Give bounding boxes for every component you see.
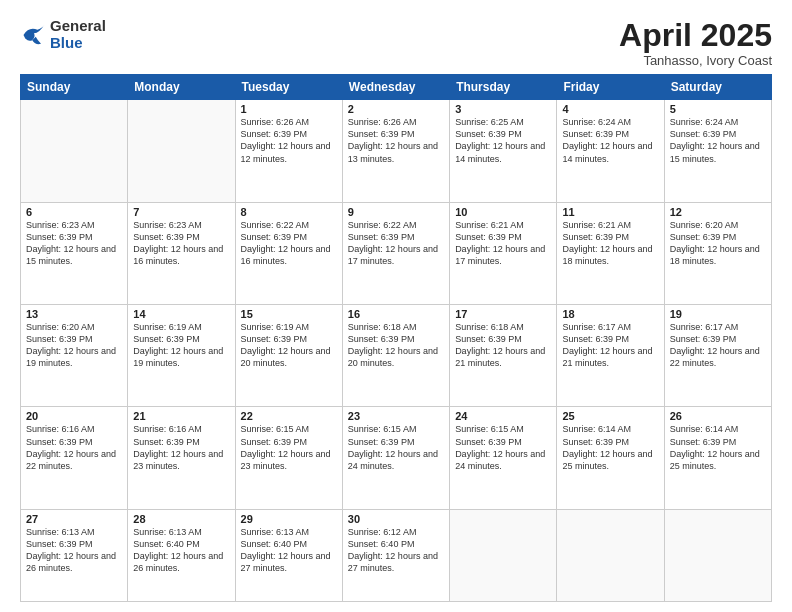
day-number: 7 (133, 206, 229, 218)
day-number: 15 (241, 308, 337, 320)
day-info: Sunrise: 6:12 AMSunset: 6:40 PMDaylight:… (348, 526, 444, 575)
day-number: 17 (455, 308, 551, 320)
day-number: 6 (26, 206, 122, 218)
calendar-cell: 12Sunrise: 6:20 AMSunset: 6:39 PMDayligh… (664, 202, 771, 304)
calendar-cell: 5Sunrise: 6:24 AMSunset: 6:39 PMDaylight… (664, 100, 771, 202)
day-info: Sunrise: 6:16 AMSunset: 6:39 PMDaylight:… (26, 423, 122, 472)
calendar-cell: 16Sunrise: 6:18 AMSunset: 6:39 PMDayligh… (342, 305, 449, 407)
day-info: Sunrise: 6:24 AMSunset: 6:39 PMDaylight:… (670, 116, 766, 165)
calendar-table: Sunday Monday Tuesday Wednesday Thursday… (20, 74, 772, 602)
day-info: Sunrise: 6:24 AMSunset: 6:39 PMDaylight:… (562, 116, 658, 165)
calendar-cell: 24Sunrise: 6:15 AMSunset: 6:39 PMDayligh… (450, 407, 557, 509)
col-monday: Monday (128, 75, 235, 100)
calendar-week-row: 6Sunrise: 6:23 AMSunset: 6:39 PMDaylight… (21, 202, 772, 304)
page: General Blue April 2025 Tanhasso, Ivory … (0, 0, 792, 612)
day-info: Sunrise: 6:23 AMSunset: 6:39 PMDaylight:… (133, 219, 229, 268)
day-number: 3 (455, 103, 551, 115)
day-number: 23 (348, 410, 444, 422)
logo-text: General Blue (50, 18, 106, 51)
calendar-cell: 19Sunrise: 6:17 AMSunset: 6:39 PMDayligh… (664, 305, 771, 407)
logo-general: General (50, 18, 106, 35)
col-friday: Friday (557, 75, 664, 100)
day-info: Sunrise: 6:15 AMSunset: 6:39 PMDaylight:… (455, 423, 551, 472)
calendar-cell (128, 100, 235, 202)
day-info: Sunrise: 6:26 AMSunset: 6:39 PMDaylight:… (348, 116, 444, 165)
day-info: Sunrise: 6:25 AMSunset: 6:39 PMDaylight:… (455, 116, 551, 165)
calendar-week-row: 1Sunrise: 6:26 AMSunset: 6:39 PMDaylight… (21, 100, 772, 202)
day-info: Sunrise: 6:13 AMSunset: 6:40 PMDaylight:… (133, 526, 229, 575)
calendar-cell (557, 509, 664, 601)
calendar-header-row: Sunday Monday Tuesday Wednesday Thursday… (21, 75, 772, 100)
day-info: Sunrise: 6:15 AMSunset: 6:39 PMDaylight:… (241, 423, 337, 472)
calendar-cell: 26Sunrise: 6:14 AMSunset: 6:39 PMDayligh… (664, 407, 771, 509)
day-number: 13 (26, 308, 122, 320)
day-number: 14 (133, 308, 229, 320)
calendar-cell: 6Sunrise: 6:23 AMSunset: 6:39 PMDaylight… (21, 202, 128, 304)
day-number: 5 (670, 103, 766, 115)
day-info: Sunrise: 6:21 AMSunset: 6:39 PMDaylight:… (455, 219, 551, 268)
calendar-cell: 18Sunrise: 6:17 AMSunset: 6:39 PMDayligh… (557, 305, 664, 407)
calendar-cell: 10Sunrise: 6:21 AMSunset: 6:39 PMDayligh… (450, 202, 557, 304)
calendar-cell: 29Sunrise: 6:13 AMSunset: 6:40 PMDayligh… (235, 509, 342, 601)
header: General Blue April 2025 Tanhasso, Ivory … (20, 18, 772, 68)
day-info: Sunrise: 6:13 AMSunset: 6:39 PMDaylight:… (26, 526, 122, 575)
calendar-cell: 23Sunrise: 6:15 AMSunset: 6:39 PMDayligh… (342, 407, 449, 509)
col-wednesday: Wednesday (342, 75, 449, 100)
day-number: 21 (133, 410, 229, 422)
calendar-cell: 22Sunrise: 6:15 AMSunset: 6:39 PMDayligh… (235, 407, 342, 509)
day-number: 19 (670, 308, 766, 320)
calendar-cell (21, 100, 128, 202)
day-number: 24 (455, 410, 551, 422)
day-info: Sunrise: 6:15 AMSunset: 6:39 PMDaylight:… (348, 423, 444, 472)
day-info: Sunrise: 6:17 AMSunset: 6:39 PMDaylight:… (670, 321, 766, 370)
calendar-cell: 3Sunrise: 6:25 AMSunset: 6:39 PMDaylight… (450, 100, 557, 202)
day-info: Sunrise: 6:22 AMSunset: 6:39 PMDaylight:… (348, 219, 444, 268)
calendar-cell: 13Sunrise: 6:20 AMSunset: 6:39 PMDayligh… (21, 305, 128, 407)
day-info: Sunrise: 6:19 AMSunset: 6:39 PMDaylight:… (133, 321, 229, 370)
calendar-cell: 8Sunrise: 6:22 AMSunset: 6:39 PMDaylight… (235, 202, 342, 304)
calendar-week-row: 20Sunrise: 6:16 AMSunset: 6:39 PMDayligh… (21, 407, 772, 509)
calendar-cell: 15Sunrise: 6:19 AMSunset: 6:39 PMDayligh… (235, 305, 342, 407)
day-info: Sunrise: 6:17 AMSunset: 6:39 PMDaylight:… (562, 321, 658, 370)
day-number: 1 (241, 103, 337, 115)
day-number: 25 (562, 410, 658, 422)
day-info: Sunrise: 6:14 AMSunset: 6:39 PMDaylight:… (562, 423, 658, 472)
calendar-cell (664, 509, 771, 601)
day-number: 4 (562, 103, 658, 115)
calendar-cell: 28Sunrise: 6:13 AMSunset: 6:40 PMDayligh… (128, 509, 235, 601)
col-tuesday: Tuesday (235, 75, 342, 100)
day-number: 2 (348, 103, 444, 115)
day-info: Sunrise: 6:22 AMSunset: 6:39 PMDaylight:… (241, 219, 337, 268)
day-info: Sunrise: 6:14 AMSunset: 6:39 PMDaylight:… (670, 423, 766, 472)
day-number: 12 (670, 206, 766, 218)
calendar-cell: 21Sunrise: 6:16 AMSunset: 6:39 PMDayligh… (128, 407, 235, 509)
day-info: Sunrise: 6:23 AMSunset: 6:39 PMDaylight:… (26, 219, 122, 268)
calendar-cell: 7Sunrise: 6:23 AMSunset: 6:39 PMDaylight… (128, 202, 235, 304)
day-info: Sunrise: 6:16 AMSunset: 6:39 PMDaylight:… (133, 423, 229, 472)
logo-blue: Blue (50, 35, 106, 52)
day-number: 26 (670, 410, 766, 422)
day-info: Sunrise: 6:20 AMSunset: 6:39 PMDaylight:… (26, 321, 122, 370)
logo: General Blue (20, 18, 106, 51)
calendar-cell: 20Sunrise: 6:16 AMSunset: 6:39 PMDayligh… (21, 407, 128, 509)
day-number: 11 (562, 206, 658, 218)
month-title: April 2025 (619, 18, 772, 53)
day-number: 20 (26, 410, 122, 422)
day-number: 16 (348, 308, 444, 320)
calendar-week-row: 27Sunrise: 6:13 AMSunset: 6:39 PMDayligh… (21, 509, 772, 601)
calendar-cell: 30Sunrise: 6:12 AMSunset: 6:40 PMDayligh… (342, 509, 449, 601)
day-info: Sunrise: 6:18 AMSunset: 6:39 PMDaylight:… (455, 321, 551, 370)
day-number: 8 (241, 206, 337, 218)
location: Tanhasso, Ivory Coast (619, 53, 772, 68)
col-sunday: Sunday (21, 75, 128, 100)
calendar-cell: 4Sunrise: 6:24 AMSunset: 6:39 PMDaylight… (557, 100, 664, 202)
calendar-cell: 11Sunrise: 6:21 AMSunset: 6:39 PMDayligh… (557, 202, 664, 304)
day-info: Sunrise: 6:26 AMSunset: 6:39 PMDaylight:… (241, 116, 337, 165)
day-info: Sunrise: 6:13 AMSunset: 6:40 PMDaylight:… (241, 526, 337, 575)
day-info: Sunrise: 6:20 AMSunset: 6:39 PMDaylight:… (670, 219, 766, 268)
calendar-cell (450, 509, 557, 601)
day-number: 27 (26, 513, 122, 525)
col-thursday: Thursday (450, 75, 557, 100)
day-info: Sunrise: 6:21 AMSunset: 6:39 PMDaylight:… (562, 219, 658, 268)
calendar-week-row: 13Sunrise: 6:20 AMSunset: 6:39 PMDayligh… (21, 305, 772, 407)
